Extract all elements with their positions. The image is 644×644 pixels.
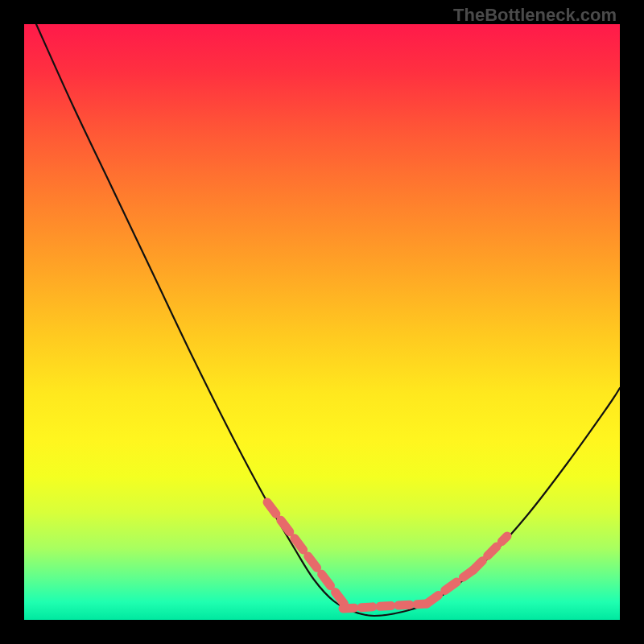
gradient-background bbox=[24, 24, 620, 620]
watermark-text: TheBottleneck.com bbox=[453, 5, 617, 26]
plot-area bbox=[24, 24, 620, 620]
